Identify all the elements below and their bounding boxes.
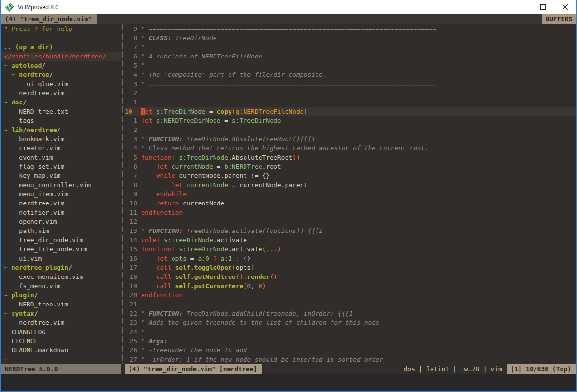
code-line[interactable]: 5" [125,61,576,70]
line-number: 17 [125,263,137,272]
code-line[interactable]: 6" A subclass of NERDTreeFileNode. [125,52,576,61]
tree-item[interactable]: " Press ? for help [1,24,121,33]
line-number: 23 [125,318,137,327]
tree-item[interactable]: ui_glue.vim [1,79,121,88]
code-line[interactable]: 27" -inOrder: 1 if the new node should b… [125,355,576,364]
tree-item[interactable]: tree_dir_node.vim [1,235,121,245]
code-line[interactable]: 1 [125,98,576,107]
close-button[interactable] [554,0,576,14]
line-number: 9 [125,24,137,33]
tree-item[interactable]: .. (up a dir) [1,43,121,52]
statusline-format-info: dos | latin1 | tw=78 | vim [400,364,507,374]
vim-logo-icon [5,3,14,12]
code-line[interactable]: 6 let currentNode = b:NERDTree.root [125,162,576,171]
editor-panel: 9" =====================================… [125,24,576,364]
line-number: 6 [125,162,137,171]
code-line[interactable]: 19 call self.putCursorHere(0, 0) [125,281,576,290]
code-line[interactable]: 4" The 'composite' part of the file/dir … [125,70,576,79]
statusline-fill [262,364,400,374]
tree-item[interactable]: CHANGELOG [1,327,121,336]
code-line[interactable]: 24" [125,327,576,336]
window-split-separator[interactable] [121,24,125,364]
code-line[interactable]: 15function! s:TreeDirNode.activate(...) [125,245,576,254]
code-line[interactable]: 20endfunction [125,290,576,300]
tab-tree-dir-node[interactable]: (4) "tree_dir_node.vim" [1,14,97,24]
code-line[interactable]: 17 call self.toggleOpen(opts) [125,263,576,272]
line-number: 10 [125,107,137,116]
tree-item[interactable]: menu_controller.vim [1,180,121,189]
line-number: 4 [125,144,137,153]
code-line[interactable]: 12 [125,217,576,226]
code-line[interactable]: 10let s:TreeDirNode = copy(g:NERDTreeFil… [125,107,576,116]
line-number: 20 [125,290,137,300]
line-number: 24 [125,327,137,336]
tree-item[interactable]: ~ syntax/ [1,309,121,318]
statusline-position: |1| 10/636 (Top) [507,364,576,374]
line-number: 5 [125,61,137,70]
code-line[interactable]: 8 let currentNode = currentNode.parent [125,180,576,189]
code-line[interactable]: 4" Class method that returns the highest… [125,144,576,153]
command-line[interactable] [1,374,576,391]
line-number: 27 [125,355,137,364]
code-line[interactable]: 18 call self.getNerdtree().render() [125,272,576,281]
tree-item[interactable]: NERD_tree.txt [1,107,121,116]
code-line[interactable]: 11endfunction [125,208,576,217]
tree-item[interactable]: nerdtree.vim [1,318,121,327]
tree-item[interactable]: ~ autoload/ [1,61,121,70]
tree-item[interactable]: NERD_tree.vim [1,300,121,309]
tree-item[interactable]: ui.vim [1,254,121,263]
tree-item[interactable]: fs_menu.vim [1,281,121,290]
maximize-button[interactable] [532,0,554,14]
code-line[interactable]: 16 let opts = a:0 ? a:1 : {} [125,254,576,263]
minimize-button[interactable] [509,0,532,14]
tree-item[interactable]: </vimfiles/bundle/nerdtree/ [1,52,121,61]
code-line[interactable]: 14unlet s:TreeDirNode.activate [125,235,576,245]
titlebar: Vi IMproved 8.0 [1,0,576,14]
tree-item[interactable]: event.vim [1,153,121,162]
tree-item[interactable]: notifier.vim [1,208,121,217]
statusline: NERDTree 5.0.0 (4) "tree_dir_node.vim" [… [1,364,576,374]
code-line[interactable]: 5function! s:TreeDirNode.AbsoluteTreeRoo… [125,153,576,162]
code-line[interactable]: 7" [125,43,576,52]
code-line[interactable]: 7 while currentNode.parent != {} [125,171,576,180]
tree-item[interactable]: nerdtree.vim [1,88,121,98]
tree-item[interactable] [1,33,121,43]
tree-item[interactable]: bookmark.vim [1,134,121,144]
tree-item[interactable]: nerdtree.vim [1,199,121,208]
code-line[interactable]: 26" -treenode: the node to add [125,346,576,355]
code-line[interactable]: 9 endwhile [125,189,576,199]
code-line[interactable]: 10 return currentNode [125,199,576,208]
code-line[interactable]: 13" FUNCTION: TreeDirNode.activate([opti… [125,226,576,235]
tree-item[interactable]: README.markdown [1,346,121,355]
tree-item[interactable]: ~ nerdtree/ [1,70,121,79]
tree-item[interactable]: ~ lib/nerdtree/ [1,125,121,134]
code-line[interactable]: 21 [125,300,576,309]
code-line[interactable]: 2 [125,88,576,98]
tree-item[interactable]: key_map.vim [1,171,121,180]
code-line[interactable]: 22" FUNCTION: TreeDirNode.addChild(treen… [125,309,576,318]
tree-item[interactable]: menu_item.vim [1,189,121,199]
code-line[interactable]: 3" FUNCTION: TreeDirNode.AbsoluteTreeRoo… [125,134,576,144]
tree-item[interactable]: ~ plugin/ [1,290,121,300]
code-line[interactable]: 1let g:NERDTreeDirNode = s:TreeDirNode [125,116,576,125]
code-line[interactable]: 3" =====================================… [125,79,576,88]
tree-item[interactable]: path.vim [1,226,121,235]
code-line[interactable]: 23" Adds the given treenode to the list … [125,318,576,327]
code-line[interactable]: 25" Args: [125,336,576,346]
tree-item[interactable]: creator.vim [1,144,121,153]
code-line[interactable]: 9" =====================================… [125,24,576,33]
tree-item[interactable]: exec_menuitem.vim [1,272,121,281]
tree-item[interactable]: tags [1,116,121,125]
line-number: 11 [125,208,137,217]
tree-item[interactable]: ~ doc/ [1,98,121,107]
tree-item[interactable]: ~ nerdtree_plugin/ [1,263,121,272]
line-number: 13 [125,226,137,235]
tree-item[interactable]: tree_file_node.vim [1,245,121,254]
code-line[interactable]: 8" CLASS: TreeDirNode [125,33,576,43]
tree-item[interactable]: ~ [1,355,121,364]
tree-item[interactable]: LICENCE [1,336,121,346]
code-line[interactable]: 2 [125,125,576,134]
buffers-tab[interactable]: BUFFERS [542,14,576,24]
tree-item[interactable]: opener.vim [1,217,121,226]
tree-item[interactable]: flag_set.vim [1,162,121,171]
